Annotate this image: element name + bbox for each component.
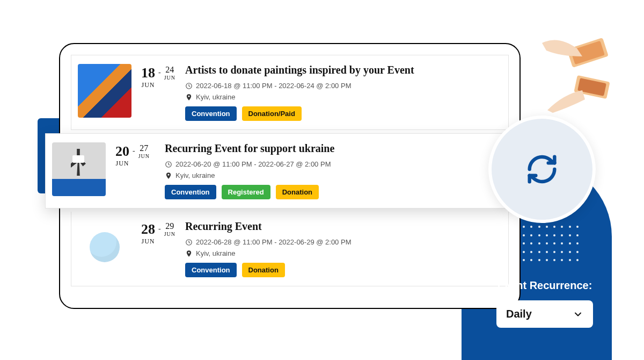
recurrence-icon-badge xyxy=(488,116,596,223)
clock-icon xyxy=(185,239,193,246)
events-list-panel: 18 JUN - 24 JUN Artists to donate painti… xyxy=(59,43,521,309)
event-row[interactable]: 18 JUN - 24 JUN Artists to donate painti… xyxy=(71,55,509,130)
event-end-day: 24 xyxy=(164,65,175,75)
event-date-range: 28 JUN - 29 JUN xyxy=(141,220,175,246)
event-tags: ConventionRegisteredDonation xyxy=(165,185,502,199)
event-title[interactable]: Recurring Event for support ukraine xyxy=(165,142,502,155)
svg-point-5 xyxy=(188,95,190,97)
event-start-month: JUN xyxy=(141,237,155,246)
event-date-range: 18 JUN - 24 JUN xyxy=(141,64,175,89)
event-end-month: JUN xyxy=(164,75,175,81)
event-tag[interactable]: Convention xyxy=(165,185,216,199)
date-separator: - xyxy=(133,143,135,155)
recurrence-label: Event Recurrence: xyxy=(496,279,593,292)
event-tag[interactable]: Donation xyxy=(242,263,285,277)
event-time: 2022-06-28 @ 11:00 PM - 2022-06-29 @ 2:0… xyxy=(196,238,351,246)
event-tag[interactable]: Convention xyxy=(185,263,237,277)
svg-point-7 xyxy=(168,174,170,175)
event-start-day: 28 xyxy=(141,221,155,237)
location-pin-icon xyxy=(165,172,172,179)
event-tags: ConventionDonation/Paid xyxy=(185,106,502,121)
location-pin-icon xyxy=(185,93,193,101)
event-location: Kyiv, ukraine xyxy=(196,93,235,101)
event-title[interactable]: Artists to donate paintings inspired by … xyxy=(185,64,502,76)
event-start-month: JUN xyxy=(141,81,155,89)
event-start-day: 20 xyxy=(115,143,129,160)
event-location: Kyiv, ukraine xyxy=(175,171,215,179)
event-thumbnail xyxy=(78,220,131,274)
event-time: 2022-06-18 @ 11:00 PM - 2022-06-24 @ 2:0… xyxy=(196,82,351,90)
event-tag[interactable]: Donation xyxy=(276,185,319,199)
decorative-dot-grid xyxy=(515,226,580,263)
event-end-day: 29 xyxy=(164,221,175,231)
event-tags: ConventionDonation xyxy=(185,263,502,277)
event-thumbnail xyxy=(52,142,106,196)
event-start-month: JUN xyxy=(115,160,129,168)
recurrence-panel: Event Recurrence: Daily xyxy=(496,279,593,328)
location-pin-icon xyxy=(185,250,193,257)
event-tag[interactable]: Registered xyxy=(222,185,270,199)
clock-icon xyxy=(185,82,193,90)
event-thumbnail xyxy=(78,64,131,118)
event-end-month: JUN xyxy=(138,153,150,159)
event-end-day: 27 xyxy=(138,143,150,153)
event-tag[interactable]: Donation/Paid xyxy=(242,106,302,121)
event-row[interactable]: 28 JUN - 29 JUN Recurring Event 2022-06-… xyxy=(71,212,509,286)
date-separator: - xyxy=(158,221,161,233)
event-tag[interactable]: Convention xyxy=(185,106,237,121)
clock-icon xyxy=(165,161,172,168)
refresh-icon xyxy=(523,150,561,188)
event-start-day: 18 xyxy=(141,65,155,81)
event-time: 2022-06-20 @ 11:00 PM - 2022-06-27 @ 2:0… xyxy=(175,160,331,168)
event-row[interactable]: 20 JUN - 27 JUN Recurring Event for supp… xyxy=(45,133,509,208)
svg-point-9 xyxy=(188,251,190,253)
chevron-down-icon xyxy=(573,309,583,320)
event-end-month: JUN xyxy=(164,231,175,237)
event-location: Kyiv, ukraine xyxy=(196,249,235,257)
recurrence-selected-value: Daily xyxy=(506,308,532,320)
recurrence-select[interactable]: Daily xyxy=(496,300,593,328)
event-title[interactable]: Recurring Event xyxy=(185,220,502,233)
event-date-range: 20 JUN - 27 JUN xyxy=(115,142,150,168)
money-hands-illustration xyxy=(531,27,623,118)
date-separator: - xyxy=(158,65,161,77)
